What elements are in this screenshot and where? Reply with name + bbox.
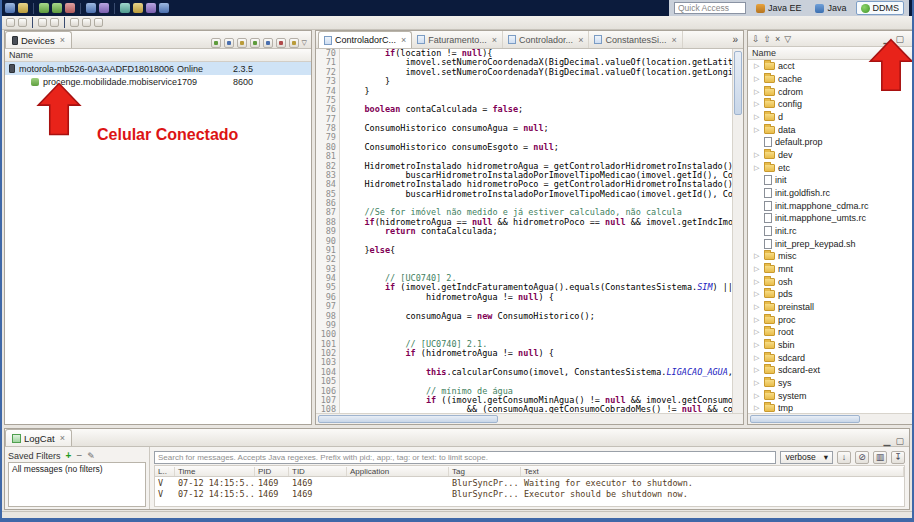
chevron-right-icon[interactable]: ▷: [754, 366, 761, 374]
new-java-class-icon[interactable]: [86, 3, 96, 13]
debug-process-icon[interactable]: [211, 38, 221, 48]
pull-file-icon[interactable]: ⇩: [752, 34, 760, 44]
tree-item[interactable]: ▷sdcard-ext: [748, 364, 913, 377]
tree-item[interactable]: ▷etc: [748, 161, 913, 174]
forward-icon[interactable]: [50, 18, 59, 27]
open-type-icon[interactable]: [133, 3, 143, 13]
logcat-search-input[interactable]: [154, 451, 776, 464]
cause-gc-icon[interactable]: [250, 38, 260, 48]
tree-item[interactable]: default.prop: [748, 136, 913, 149]
editor-tab[interactable]: Controlador...×: [503, 31, 589, 48]
chevron-right-icon[interactable]: ▷: [754, 328, 761, 336]
tree-item[interactable]: ▷d: [748, 111, 913, 124]
coverage-icon[interactable]: [70, 18, 79, 27]
tree-item[interactable]: ▷preinstall: [748, 301, 913, 314]
tree-item[interactable]: init_prep_keypad.sh: [748, 237, 913, 250]
tree-item[interactable]: ▷config: [748, 98, 913, 111]
chevron-right-icon[interactable]: ▷: [754, 379, 761, 387]
scrollbar-thumb[interactable]: [318, 415, 498, 423]
close-icon[interactable]: ×: [578, 35, 583, 45]
tree-item[interactable]: ▷osh: [748, 275, 913, 288]
search-icon[interactable]: [120, 3, 130, 13]
view-menu-icon[interactable]: ▽: [302, 39, 307, 47]
column-header[interactable]: L..: [155, 467, 175, 476]
next-annotation-icon[interactable]: [6, 18, 15, 27]
editor-vertical-scrollbar[interactable]: [732, 49, 743, 413]
remove-filter-icon[interactable]: −: [76, 450, 82, 461]
previous-annotation-icon[interactable]: [18, 18, 27, 27]
chevron-right-icon[interactable]: ▷: [754, 88, 761, 96]
delete-icon[interactable]: ×: [775, 34, 780, 44]
autoscroll-icon[interactable]: ↧: [891, 451, 905, 464]
scrollbar-thumb[interactable]: [734, 51, 742, 115]
tree-item[interactable]: ▷data: [748, 123, 913, 136]
back-icon[interactable]: [38, 18, 47, 27]
chevron-right-icon[interactable]: ▷: [754, 303, 761, 311]
tree-item[interactable]: init: [748, 174, 913, 187]
debug-icon[interactable]: [39, 3, 49, 13]
editor-horizontal-scrollbar[interactable]: [316, 413, 743, 424]
tree-item[interactable]: ▷system: [748, 389, 913, 402]
editor-overflow-chevron[interactable]: »: [727, 34, 743, 45]
bookmark-icon[interactable]: [146, 3, 156, 13]
perspective-java-ee[interactable]: Java EE: [751, 1, 807, 15]
device-row[interactable]: motorola-mb526-0A3AADFD18018006Online2.3…: [5, 62, 311, 75]
tree-item[interactable]: ▷sys: [748, 377, 913, 390]
edit-filter-icon[interactable]: ✎: [87, 451, 95, 461]
close-icon[interactable]: ×: [401, 35, 406, 45]
save-icon[interactable]: [18, 3, 28, 13]
file-tree-horizontal-scrollbar[interactable]: [748, 413, 913, 424]
dump-hprof-icon[interactable]: [237, 38, 247, 48]
save-log-icon[interactable]: ↓: [837, 451, 851, 464]
log-level-select[interactable]: verbose ▾: [780, 451, 833, 464]
add-filter-icon[interactable]: +: [66, 450, 72, 461]
tree-item[interactable]: ▷dev: [748, 149, 913, 162]
column-header[interactable]: Tag: [449, 467, 521, 476]
scrollbar-thumb[interactable]: [750, 415, 860, 423]
clear-log-icon[interactable]: ⊘: [855, 451, 869, 464]
perspective-ddms[interactable]: DDMS: [856, 1, 905, 15]
chevron-right-icon[interactable]: ▷: [754, 341, 761, 349]
update-heap-icon[interactable]: [224, 38, 234, 48]
minimize-icon[interactable]: ▁: [884, 436, 891, 446]
tree-item[interactable]: ▷sdcard: [748, 351, 913, 364]
chevron-right-icon[interactable]: ▷: [754, 252, 761, 260]
close-icon[interactable]: ×: [60, 433, 65, 443]
devices-column-header[interactable]: Name: [5, 49, 311, 62]
maximize-icon[interactable]: ▢: [895, 436, 904, 446]
new-package-icon[interactable]: [99, 3, 109, 13]
close-icon[interactable]: ×: [60, 35, 65, 45]
chevron-right-icon[interactable]: ▷: [754, 151, 761, 159]
tree-item[interactable]: init.mapphone_umts.rc: [748, 212, 913, 225]
column-header[interactable]: TID: [289, 467, 347, 476]
chevron-right-icon[interactable]: ▷: [754, 164, 761, 172]
column-header[interactable]: Time: [175, 467, 255, 476]
chevron-right-icon[interactable]: ▷: [754, 62, 761, 70]
column-header[interactable]: PID: [255, 467, 289, 476]
editor-tab[interactable]: ControladorC...×: [318, 31, 412, 48]
tab-devices[interactable]: Devices ×: [5, 31, 72, 48]
update-threads-icon[interactable]: [263, 38, 273, 48]
column-header[interactable]: Text: [521, 467, 904, 476]
external-tools-icon[interactable]: [65, 3, 75, 13]
last-edit-location-icon[interactable]: [159, 3, 169, 13]
push-file-icon[interactable]: ⇧: [764, 34, 772, 44]
chevron-right-icon[interactable]: ▷: [754, 278, 761, 286]
close-icon[interactable]: ×: [671, 35, 676, 45]
log-row[interactable]: V07-12 14:15:5...14691469BlurSyncPr...Ex…: [155, 488, 904, 499]
tree-item[interactable]: ▷tmp: [748, 402, 913, 413]
ant-icon[interactable]: [94, 18, 103, 27]
chevron-right-icon[interactable]: ▷: [754, 290, 761, 298]
log-row[interactable]: V07-12 14:15:5...14691469BlurSyncPr...Wa…: [155, 477, 904, 488]
tree-item[interactable]: ▷pds: [748, 288, 913, 301]
editor-tab[interactable]: Faturamento...×: [412, 31, 503, 48]
tree-item[interactable]: ▷root: [748, 326, 913, 339]
quick-access-input[interactable]: [674, 2, 746, 14]
column-header[interactable]: Application: [347, 467, 449, 476]
close-icon[interactable]: ×: [492, 35, 497, 45]
tree-item[interactable]: ▷sbin: [748, 339, 913, 352]
chevron-right-icon[interactable]: ▷: [754, 316, 761, 324]
chevron-right-icon[interactable]: ▷: [754, 100, 761, 108]
tree-item[interactable]: init.rc: [748, 225, 913, 238]
perspective-java[interactable]: Java: [810, 1, 851, 15]
